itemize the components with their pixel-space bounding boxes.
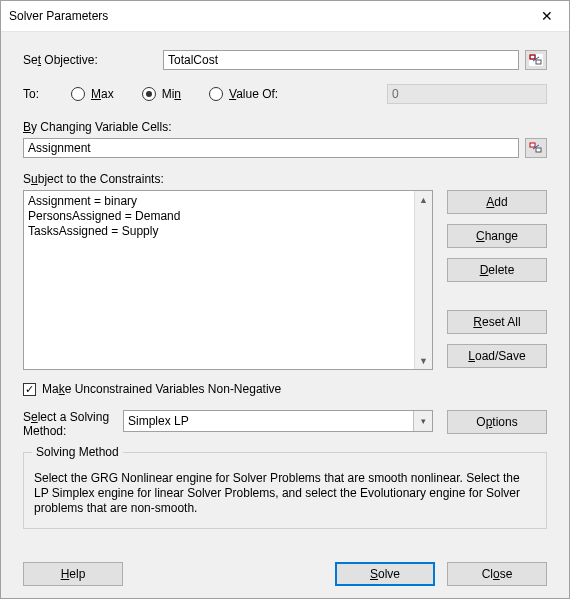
radio-min-indicator: [142, 87, 156, 101]
radio-max-indicator: [71, 87, 85, 101]
close-icon: ✕: [541, 8, 553, 24]
dialog-body: Set Objective: To: Max: [1, 32, 569, 598]
scroll-down-icon[interactable]: ▼: [415, 352, 432, 369]
dialog-footer: Help Solve Close: [23, 544, 547, 586]
groupbox-text: Select the GRG Nonlinear engine for Solv…: [34, 471, 536, 516]
constraint-line[interactable]: Assignment = binary: [28, 194, 428, 209]
row-constraints: Assignment = binary PersonsAssigned = De…: [23, 190, 547, 370]
label-set-objective: Set Objective:: [23, 53, 163, 67]
range-picker-icon: [529, 142, 543, 154]
radio-max[interactable]: Max: [71, 87, 114, 101]
svg-rect-3: [536, 60, 541, 64]
label-solving-method: Select a Solving Method:: [23, 410, 123, 438]
load-save-button[interactable]: Load/Save: [447, 344, 547, 368]
label-to: To:: [23, 87, 71, 101]
constraint-line[interactable]: TasksAssigned = Supply: [28, 224, 428, 239]
dialog-window: Solver Parameters ✕ Set Objective:: [0, 0, 570, 599]
nonnegative-label: Make Unconstrained Variables Non-Negativ…: [42, 382, 281, 396]
constraint-line[interactable]: PersonsAssigned = Demand: [28, 209, 428, 224]
titlebar: Solver Parameters ✕: [1, 1, 569, 32]
svg-rect-1: [530, 55, 535, 59]
solve-button[interactable]: Solve: [335, 562, 435, 586]
svg-rect-4: [530, 143, 535, 147]
range-picker-icon: [529, 54, 543, 66]
radio-min[interactable]: Min: [142, 87, 181, 101]
label-constraints: Subject to the Constraints:: [23, 172, 547, 186]
row-changing-cells: [23, 138, 547, 158]
constraints-side-buttons: Add Change Delete Reset All Load/Save: [447, 190, 547, 370]
row-to: To: Max Min Value Of:: [23, 84, 547, 104]
changing-cells-input[interactable]: [23, 138, 519, 158]
valueof-input: [387, 84, 547, 104]
close-window-button[interactable]: ✕: [524, 2, 569, 31]
solving-method-value: Simplex LP: [128, 414, 189, 428]
reset-all-button[interactable]: Reset All: [447, 310, 547, 334]
row-set-objective: Set Objective:: [23, 50, 547, 70]
chevron-down-icon: ▾: [413, 411, 432, 431]
svg-rect-5: [536, 148, 541, 152]
close-button[interactable]: Close: [447, 562, 547, 586]
row-solving-method: Select a Solving Method: Simplex LP ▾ Op…: [23, 410, 547, 438]
label-changing-cells: By Changing Variable Cells:: [23, 120, 547, 134]
checkmark-icon: ✓: [25, 384, 34, 395]
add-button[interactable]: Add: [447, 190, 547, 214]
window-title: Solver Parameters: [9, 9, 524, 23]
constraints-scrollbar[interactable]: ▲ ▼: [414, 191, 432, 369]
changing-cells-range-picker-button[interactable]: [525, 138, 547, 158]
solving-method-groupbox: Solving Method Select the GRG Nonlinear …: [23, 452, 547, 529]
objective-range-picker-button[interactable]: [525, 50, 547, 70]
delete-button[interactable]: Delete: [447, 258, 547, 282]
groupbox-legend: Solving Method: [32, 445, 123, 459]
radio-valueof[interactable]: Value Of:: [209, 87, 278, 101]
row-nonnegative-check[interactable]: ✓ Make Unconstrained Variables Non-Negat…: [23, 382, 547, 396]
help-button[interactable]: Help: [23, 562, 123, 586]
scroll-up-icon[interactable]: ▲: [415, 191, 432, 208]
change-button[interactable]: Change: [447, 224, 547, 248]
options-button[interactable]: Options: [447, 410, 547, 434]
solving-method-dropdown[interactable]: Simplex LP ▾: [123, 410, 433, 432]
objective-input[interactable]: [163, 50, 519, 70]
constraints-listbox[interactable]: Assignment = binary PersonsAssigned = De…: [23, 190, 433, 370]
radio-valueof-indicator: [209, 87, 223, 101]
nonnegative-checkbox[interactable]: ✓: [23, 383, 36, 396]
